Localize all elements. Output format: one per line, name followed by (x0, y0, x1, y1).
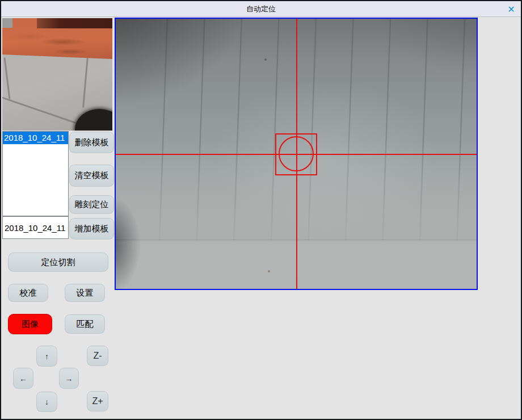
thumbnail-dark-object (75, 109, 112, 131)
arrow-right-icon: → (65, 374, 73, 383)
template-name-input[interactable] (2, 216, 69, 239)
arrow-down-icon: ↓ (45, 397, 49, 406)
settings-button[interactable]: 设置 (65, 284, 105, 302)
calibrate-button[interactable]: 校准 (8, 284, 48, 302)
locate-cut-button[interactable]: 定位切割 (8, 253, 108, 272)
thumbnail-gray-corner (2, 18, 12, 28)
thumbnail-tile-line (2, 96, 86, 127)
jog-up-button[interactable]: ↑ (36, 346, 57, 367)
match-button[interactable]: 匹配 (65, 314, 105, 334)
close-button[interactable]: ✕ (504, 1, 519, 17)
jog-left-button[interactable]: ← (13, 368, 33, 389)
auto-locate-dialog: 自动定位 ✕ 2018_10_24_11 删除模板 清空模板 雕刻定位 增加模板… (0, 0, 522, 420)
target-circle-marker (279, 136, 314, 171)
camera-speck (264, 58, 267, 61)
title-bar: 自动定位 ✕ (1, 1, 521, 17)
jog-down-button[interactable]: ↓ (36, 392, 57, 412)
close-icon: ✕ (507, 4, 515, 15)
z-minus-button[interactable]: Z- (87, 346, 108, 366)
jog-right-button[interactable]: → (59, 368, 79, 389)
add-template-button[interactable]: 增加模板 (69, 218, 114, 240)
z-plus-button[interactable]: Z+ (87, 391, 108, 411)
arrow-up-icon: ↑ (45, 352, 49, 361)
delete-template-button[interactable]: 删除模板 (69, 132, 114, 153)
image-button-active[interactable]: 图像 (8, 314, 52, 334)
thumbnail-tile-line (4, 57, 10, 99)
template-list[interactable]: 2018_10_24_11 (2, 131, 69, 216)
thumbnail-tile-line (82, 57, 88, 108)
template-thumbnail-image (2, 18, 112, 131)
template-list-item-selected[interactable]: 2018_10_24_11 (3, 132, 68, 144)
dialog-title: 自动定位 (1, 1, 521, 17)
engrave-locate-button[interactable]: 雕刻定位 (69, 195, 114, 214)
camera-view[interactable] (115, 18, 478, 290)
clear-templates-button[interactable]: 清空模板 (69, 165, 114, 187)
arrow-left-icon: ← (19, 374, 27, 383)
camera-speck (268, 270, 270, 272)
thumbnail-dark-band (37, 18, 112, 28)
